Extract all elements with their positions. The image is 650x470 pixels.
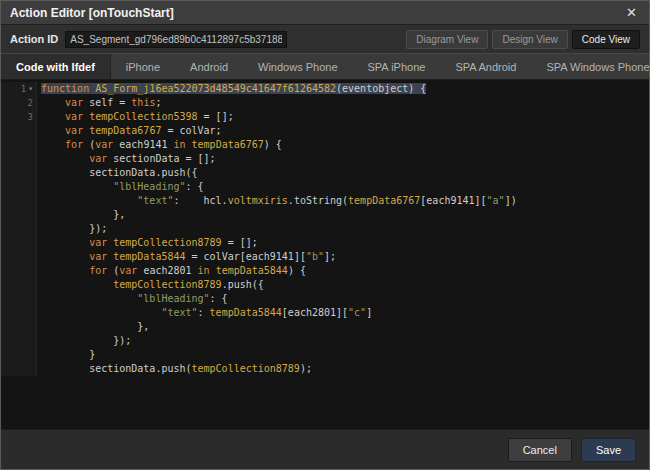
line-number — [1, 320, 37, 334]
code-line[interactable]: 1▾function AS_Form_j16ea522073d48549c416… — [1, 82, 649, 96]
code-text[interactable]: "text": tempData5844[each2801]["c"] — [37, 306, 372, 320]
view-buttons: Diagram ViewDesign ViewCode View — [406, 30, 640, 49]
line-number — [1, 194, 37, 208]
tab-spa-iphone[interactable]: SPA iPhone — [353, 54, 441, 79]
code-text[interactable]: "lblHeading": { — [37, 180, 204, 194]
code-text[interactable]: sectionData.push({ — [37, 166, 198, 180]
code-text[interactable]: }, — [37, 208, 125, 222]
code-line[interactable]: "lblHeading": { — [1, 180, 649, 194]
code-text[interactable]: }); — [37, 334, 131, 348]
tab-android[interactable]: Android — [175, 54, 243, 79]
code-line[interactable]: }); — [1, 334, 649, 348]
line-number — [1, 222, 37, 236]
code-line[interactable]: }, — [1, 208, 649, 222]
cancel-button[interactable]: Cancel — [508, 438, 572, 462]
code-line[interactable]: var tempData5844 = colVar[each9141]["b"]… — [1, 250, 649, 264]
code-text[interactable]: "lblHeading": { — [37, 292, 228, 306]
code-line[interactable]: var tempCollection8789 = []; — [1, 236, 649, 250]
page-title: Action Editor [onTouchStart] — [10, 6, 623, 20]
view-button-design-view[interactable]: Design View — [492, 30, 567, 49]
code-lines: 1▾function AS_Form_j16ea522073d48549c416… — [1, 82, 649, 376]
code-text[interactable]: for (var each9141 in tempData6767) { — [37, 138, 282, 152]
code-line[interactable]: 2 var self = this; — [1, 96, 649, 110]
save-button[interactable]: Save — [581, 438, 636, 462]
line-number — [1, 236, 37, 250]
line-number — [1, 152, 37, 166]
line-number: 3 — [1, 110, 37, 124]
dialog-footer: Cancel Save — [1, 429, 649, 469]
line-number — [1, 250, 37, 264]
line-number: 2 — [1, 96, 37, 110]
line-number — [1, 306, 37, 320]
code-line[interactable]: "lblHeading": { — [1, 292, 649, 306]
code-text[interactable]: var self = this; — [37, 96, 161, 110]
line-number — [1, 292, 37, 306]
line-number — [1, 334, 37, 348]
code-text[interactable]: function AS_Form_j16ea522073d48549c41647… — [37, 82, 426, 96]
code-line[interactable]: "text": tempData5844[each2801]["c"] — [1, 306, 649, 320]
code-text[interactable]: var sectionData = []; — [37, 152, 216, 166]
line-number — [1, 138, 37, 152]
action-id-label: Action ID — [10, 33, 58, 45]
code-line[interactable]: sectionData.push(tempCollection8789); — [1, 362, 649, 376]
title-bar: Action Editor [onTouchStart] ✕ — [1, 1, 649, 25]
code-text[interactable]: sectionData.push(tempCollection8789); — [37, 362, 312, 376]
code-line[interactable]: tempCollection8789.push({ — [1, 278, 649, 292]
action-editor-dialog: Action Editor [onTouchStart] ✕ Action ID… — [0, 0, 650, 470]
view-button-diagram-view[interactable]: Diagram View — [406, 30, 488, 49]
code-text[interactable]: }, — [37, 320, 149, 334]
line-number — [1, 348, 37, 362]
tab-spa-android[interactable]: SPA Android — [440, 54, 531, 79]
line-number — [1, 180, 37, 194]
line-number — [1, 362, 37, 376]
code-editor[interactable]: 1▾function AS_Form_j16ea522073d48549c416… — [1, 80, 649, 429]
code-line[interactable]: for (var each2801 in tempData5844) { — [1, 264, 649, 278]
tab-windows-phone[interactable]: Windows Phone — [243, 54, 353, 79]
line-number: 1▾ — [1, 82, 37, 96]
code-text[interactable]: var tempCollection5398 = []; — [37, 110, 234, 124]
tab-spa-windows-phone[interactable]: SPA Windows Phone — [531, 54, 650, 79]
code-text[interactable]: } — [37, 348, 95, 362]
code-line[interactable]: 3 var tempCollection5398 = []; — [1, 110, 649, 124]
code-text[interactable]: for (var each2801 in tempData5844) { — [37, 264, 306, 278]
code-line[interactable]: }, — [1, 320, 649, 334]
action-id-input[interactable] — [65, 31, 287, 48]
action-id-row: Action ID Diagram ViewDesign ViewCode Vi… — [1, 25, 649, 53]
view-button-code-view[interactable]: Code View — [572, 30, 640, 49]
tab-code-with-ifdef[interactable]: Code with Ifdef — [1, 54, 111, 79]
platform-tab-bar: Code with IfdefiPhoneAndroidWindows Phon… — [1, 53, 649, 80]
line-number — [1, 124, 37, 138]
code-text[interactable]: tempCollection8789.push({ — [37, 278, 264, 292]
code-text[interactable]: }); — [37, 222, 107, 236]
code-text[interactable]: var tempCollection8789 = []; — [37, 236, 258, 250]
code-text[interactable]: var tempData6767 = colVar; — [37, 124, 222, 138]
fold-arrow-icon[interactable]: ▾ — [28, 82, 33, 96]
code-text[interactable]: "text": hcl.voltmxiris.toString(tempData… — [37, 194, 517, 208]
close-icon[interactable]: ✕ — [623, 4, 640, 21]
code-line[interactable]: var tempData6767 = colVar; — [1, 124, 649, 138]
line-number — [1, 208, 37, 222]
line-number — [1, 264, 37, 278]
line-number — [1, 166, 37, 180]
code-line[interactable]: for (var each9141 in tempData6767) { — [1, 138, 649, 152]
tab-iphone[interactable]: iPhone — [111, 54, 175, 79]
code-line[interactable]: sectionData.push({ — [1, 166, 649, 180]
code-text[interactable]: var tempData5844 = colVar[each9141]["b"]… — [37, 250, 336, 264]
code-line[interactable]: var sectionData = []; — [1, 152, 649, 166]
code-line[interactable]: "text": hcl.voltmxiris.toString(tempData… — [1, 194, 649, 208]
line-number — [1, 278, 37, 292]
code-line[interactable]: }); — [1, 222, 649, 236]
code-line[interactable]: } — [1, 348, 649, 362]
